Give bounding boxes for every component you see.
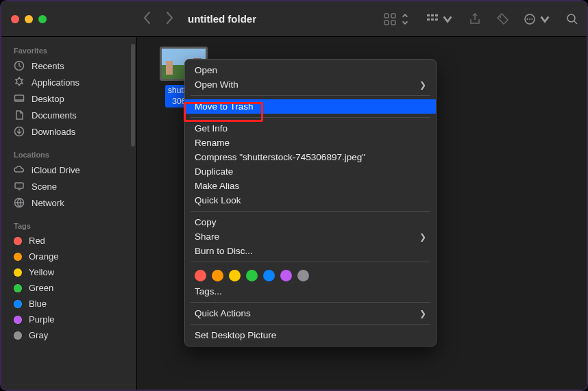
actions-button[interactable] [524, 13, 551, 25]
search-button[interactable] [566, 13, 578, 25]
sidebar-item-label: Scene [32, 181, 57, 192]
ctx-move-to-trash[interactable]: Move to Trash [185, 99, 436, 114]
desktop-icon [14, 93, 25, 104]
sidebar-item-label: Desktop [32, 94, 64, 104]
sidebar-item-label: Gray [29, 330, 48, 340]
view-mode-button[interactable] [384, 13, 411, 25]
context-menu: Open Open With❯ Move to Trash Get Info R… [184, 59, 437, 346]
sidebar-item-documents[interactable]: Documents [1, 107, 136, 123]
sidebar-item-label: Blue [29, 299, 47, 309]
ctx-tag-colors [185, 266, 436, 284]
sidebar-heading-locations: Locations [1, 147, 136, 162]
share-button[interactable] [469, 13, 481, 25]
ctx-tag-green[interactable] [246, 270, 258, 281]
tag-dot-icon [14, 237, 22, 245]
ctx-separator [191, 211, 430, 212]
titlebar: untitled folder [1, 1, 587, 37]
ctx-tag-purple[interactable] [280, 270, 292, 281]
nav-arrows [143, 11, 174, 27]
ctx-tag-red[interactable] [195, 270, 206, 281]
ctx-separator [191, 95, 430, 96]
sidebar-item-desktop[interactable]: Desktop [1, 90, 136, 107]
tag-dot-icon [14, 253, 22, 261]
group-by-button[interactable] [426, 13, 454, 25]
ctx-get-info[interactable]: Get Info [185, 121, 436, 136]
sidebar-item-network[interactable]: Network [1, 194, 136, 211]
documents-icon [14, 110, 25, 121]
svg-point-12 [527, 18, 528, 20]
finder-window: untitled folder [0, 0, 588, 391]
svg-rect-8 [431, 18, 434, 21]
sidebar-tag-orange[interactable]: Orange [1, 249, 136, 264]
back-button[interactable] [143, 11, 152, 27]
sidebar-tag-green[interactable]: Green [1, 280, 136, 296]
ctx-compress[interactable]: Compress "shutterstock-745306897.jpeg" [185, 150, 436, 164]
ctx-tags[interactable]: Tags... [185, 284, 436, 299]
ctx-separator [191, 302, 430, 303]
sidebar-tag-blue[interactable]: Blue [1, 296, 136, 312]
sidebar-item-label: Documents [32, 110, 77, 121]
ctx-duplicate[interactable]: Duplicate [185, 164, 436, 179]
ctx-tag-orange[interactable] [212, 270, 223, 281]
svg-rect-4 [427, 14, 430, 16]
ctx-burn-to-disc[interactable]: Burn to Disc... [185, 244, 436, 258]
ctx-set-desktop-picture[interactable]: Set Desktop Picture [185, 328, 436, 342]
ctx-make-alias[interactable]: Make Alias [185, 179, 436, 193]
svg-rect-9 [435, 18, 438, 21]
sidebar-item-label: Purple [29, 314, 55, 325]
ctx-tag-yellow[interactable] [229, 270, 241, 281]
sidebar-tag-yellow[interactable]: Yellow [1, 264, 136, 280]
ctx-copy[interactable]: Copy [185, 215, 436, 229]
sidebar-item-label: Yellow [29, 267, 54, 277]
sidebar-item-downloads[interactable]: Downloads [1, 123, 136, 140]
ctx-share[interactable]: Share❯ [185, 229, 436, 244]
svg-point-14 [532, 18, 533, 20]
ctx-open[interactable]: Open [185, 63, 436, 77]
minimize-window-button[interactable] [25, 15, 33, 23]
globe-icon [14, 197, 25, 208]
scrollbar-thumb[interactable] [131, 44, 135, 147]
svg-point-13 [529, 18, 530, 20]
submenu-arrow-icon: ❯ [419, 80, 426, 90]
sidebar-item-applications[interactable]: Applications [1, 74, 136, 90]
sidebar-item-label: Recents [32, 61, 64, 71]
sidebar-item-scene[interactable]: Scene [1, 178, 136, 194]
sidebar-item-recents[interactable]: Recents [1, 58, 136, 74]
sidebar-item-label: Green [29, 283, 53, 293]
cloud-icon [14, 164, 25, 175]
svg-rect-3 [391, 21, 395, 25]
ctx-separator [191, 262, 430, 262]
sidebar-tag-red[interactable]: Red [1, 233, 136, 249]
close-window-button[interactable] [11, 15, 19, 23]
svg-rect-5 [431, 14, 434, 16]
downloads-icon [14, 126, 25, 137]
sidebar-tag-gray[interactable]: Gray [1, 327, 136, 343]
sidebar-item-label: Downloads [32, 127, 75, 137]
tag-dot-icon [14, 268, 22, 277]
zoom-window-button[interactable] [38, 15, 47, 23]
svg-rect-6 [435, 14, 438, 16]
ctx-quick-look[interactable]: Quick Look [185, 193, 436, 207]
sidebar[interactable]: Favorites Recents Applications Desktop D… [1, 37, 137, 390]
submenu-arrow-icon: ❯ [419, 309, 426, 318]
svg-rect-19 [15, 183, 23, 188]
sidebar-item-icloud[interactable]: iCloud Drive [1, 162, 136, 178]
ctx-rename[interactable]: Rename [185, 136, 436, 150]
sidebar-item-label: Network [32, 198, 64, 208]
sidebar-item-label: Red [29, 236, 45, 246]
window-controls [11, 15, 134, 23]
svg-rect-7 [427, 18, 430, 21]
sidebar-tag-purple[interactable]: Purple [1, 312, 136, 327]
ctx-separator [191, 117, 430, 118]
ctx-tag-gray[interactable] [297, 270, 309, 281]
ctx-tag-blue[interactable] [263, 270, 275, 281]
ctx-separator [191, 324, 430, 325]
forward-button[interactable] [164, 11, 174, 27]
clock-icon [14, 60, 25, 71]
sidebar-heading-tags: Tags [1, 218, 136, 233]
ctx-quick-actions[interactable]: Quick Actions❯ [185, 306, 436, 320]
tags-button[interactable] [496, 13, 509, 25]
ctx-open-with[interactable]: Open With❯ [185, 77, 436, 92]
apps-icon [14, 77, 25, 88]
svg-point-10 [500, 16, 501, 17]
